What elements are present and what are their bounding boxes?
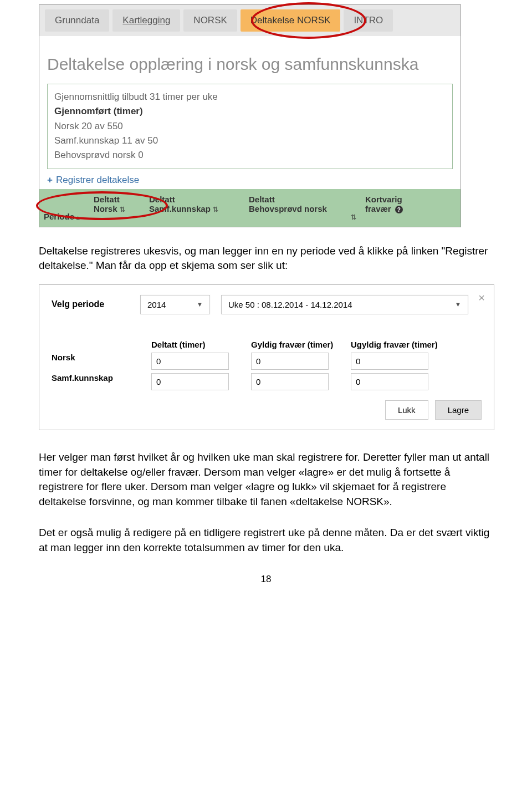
chevron-down-icon: ▼	[197, 301, 203, 308]
header-kortvarig-fravaer[interactable]: Kortvarig fravær ?	[361, 189, 461, 227]
table-header: Periode ▴ Deltatt Norsk ⇅ Deltatt Samf.k…	[39, 189, 461, 227]
sort-icon: ▴	[76, 214, 80, 221]
tab-grunndata[interactable]: Grunndata	[45, 9, 109, 32]
stats-box: Gjennomsnittlig tilbudt 31 timer per uke…	[47, 84, 453, 169]
sort-icon: ⇅	[249, 213, 356, 221]
row-norsk: Norsk	[52, 353, 140, 370]
header-periode[interactable]: Periode ▴	[39, 189, 89, 227]
header-deltatt-behov[interactable]: Deltatt Behovsprøvd norsk ⇅	[244, 189, 361, 227]
col-deltatt: Deltatt (timer)	[151, 340, 240, 349]
tab-row: Grunndata Kartlegging NORSK Deltakelse N…	[39, 5, 461, 36]
body-paragraph-2: Her velger man først hvilket år og hvilk…	[39, 450, 493, 509]
samf-ugyldig-input[interactable]: 0	[351, 373, 428, 390]
norsk-gyldig-input[interactable]: 0	[251, 353, 329, 370]
tab-kartlegging[interactable]: Kartlegging	[112, 9, 180, 32]
col-gyldig: Gyldig fravær (timer)	[251, 340, 340, 349]
samf-gyldig-input[interactable]: 0	[251, 373, 329, 390]
tab-deltakelse-norsk[interactable]: Deltakelse NORSK	[241, 9, 341, 32]
hours-grid: Deltatt (timer) Gyldig fravær (timer) Ug…	[39, 340, 494, 400]
sort-icon: ⇅	[213, 206, 218, 213]
stat-avg: Gjennomsnittlig tilbudt 31 timer per uke	[54, 90, 446, 104]
row-samf: Samf.kunnskap	[52, 373, 140, 390]
year-select[interactable]: 2014▼	[140, 295, 210, 314]
register-link-label: Registrer deltakelse	[56, 175, 139, 185]
velg-periode-label: Velg periode	[52, 299, 129, 309]
tab-intro[interactable]: INTRO	[344, 9, 393, 32]
stat-behov: Behovsprøvd norsk 0	[54, 148, 446, 162]
close-icon[interactable]: ×	[478, 292, 485, 304]
stat-norsk: Norsk 20 av 550	[54, 119, 446, 134]
stat-section: Gjennomført (timer)	[54, 104, 446, 119]
plus-icon: +	[47, 175, 53, 185]
page-number: 18	[39, 574, 493, 585]
body-paragraph-3: Det er også mulig å redigere på en tidli…	[39, 526, 493, 555]
screenshot-deltakelse-tabs: Grunndata Kartlegging NORSK Deltakelse N…	[39, 4, 461, 227]
stat-samf: Samf.kunnskap 11 av 50	[54, 134, 446, 148]
lagre-button[interactable]: Lagre	[435, 400, 482, 420]
sort-icon: ⇅	[120, 206, 125, 213]
header-deltatt-samf[interactable]: Deltatt Samf.kunnskap ⇅	[145, 189, 244, 227]
lukk-button[interactable]: Lukk	[385, 400, 428, 420]
norsk-deltatt-input[interactable]: 0	[151, 353, 229, 370]
header-deltatt-norsk[interactable]: Deltatt Norsk ⇅	[89, 189, 145, 227]
body-paragraph-1: Deltakelse registreres ukesvis, og man l…	[39, 244, 493, 273]
week-select[interactable]: Uke 50 : 08.12.2014 - 14.12.2014▼	[221, 295, 468, 314]
register-deltakelse-link[interactable]: +Registrer deltakelse	[47, 175, 453, 186]
chevron-down-icon: ▼	[455, 301, 461, 308]
norsk-ugyldig-input[interactable]: 0	[351, 353, 428, 370]
page-title: Deltakelse opplæring i norsk og samfunns…	[39, 36, 461, 84]
col-ugyldig: Ugyldig fravær (timer)	[351, 340, 439, 349]
tab-norsk[interactable]: NORSK	[183, 9, 237, 32]
help-icon[interactable]: ?	[395, 206, 403, 213]
samf-deltatt-input[interactable]: 0	[151, 373, 229, 390]
screenshot-register-form: × Velg periode 2014▼ Uke 50 : 08.12.2014…	[39, 284, 494, 430]
